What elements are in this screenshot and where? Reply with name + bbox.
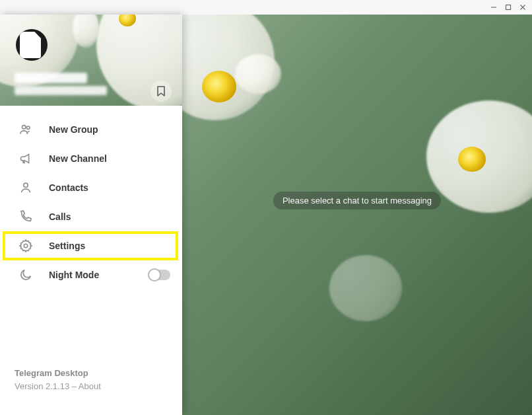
chat-area: Please select a chat to start messaging	[182, 15, 532, 415]
avatar[interactable]	[16, 29, 48, 61]
profile-info	[15, 73, 127, 95]
menu-item-contacts[interactable]: Contacts	[0, 173, 182, 202]
menu-item-label: Contacts	[49, 182, 88, 193]
background-petal	[235, 54, 281, 94]
saved-messages-button[interactable]	[150, 81, 172, 102]
menu-item-label: Night Mode	[49, 270, 99, 280]
menu-item-label: New Group	[49, 124, 98, 135]
gear-icon	[18, 239, 33, 253]
menu-item-settings[interactable]: Settings	[0, 231, 182, 260]
drawer-menu: New Group New Channel Contacts	[0, 106, 182, 367]
menu-item-label: New Channel	[49, 153, 107, 164]
background-petal	[329, 255, 402, 321]
background-flower-center	[202, 71, 236, 102]
menu-item-label: Settings	[49, 241, 85, 251]
moon-icon	[18, 268, 33, 282]
svg-point-4	[22, 126, 26, 130]
svg-point-5	[26, 126, 30, 130]
profile-phone-redacted	[15, 86, 107, 95]
megaphone-icon	[18, 151, 33, 166]
menu-item-night-mode[interactable]: Night Mode	[0, 260, 182, 289]
main-menu-drawer: New Group New Channel Contacts	[0, 15, 182, 415]
phone-icon	[18, 209, 33, 224]
bookmark-icon	[156, 86, 166, 96]
header-petal	[73, 15, 99, 48]
app-name-label: Telegram Desktop	[15, 367, 168, 380]
night-mode-toggle[interactable]	[148, 270, 170, 280]
svg-point-7	[24, 244, 28, 248]
svg-rect-1	[506, 5, 511, 10]
version-about-link[interactable]: Version 2.1.13 – About	[15, 380, 168, 393]
drawer-header	[0, 15, 182, 106]
svg-point-6	[24, 183, 28, 187]
menu-item-calls[interactable]: Calls	[0, 202, 182, 231]
person-icon	[18, 180, 33, 195]
window-titlebar	[0, 0, 532, 15]
minimize-button[interactable]	[490, 3, 498, 11]
close-button[interactable]	[519, 3, 527, 11]
empty-chat-placeholder: Please select a chat to start messaging	[273, 192, 441, 209]
drawer-footer: Telegram Desktop Version 2.1.13 – About	[0, 367, 182, 415]
maximize-button[interactable]	[504, 3, 512, 11]
background-flower-center	[458, 147, 486, 172]
menu-item-label: Calls	[49, 211, 71, 222]
group-icon	[18, 122, 33, 137]
profile-name-redacted	[15, 73, 87, 83]
menu-item-new-group[interactable]: New Group	[0, 115, 182, 144]
menu-item-new-channel[interactable]: New Channel	[0, 144, 182, 173]
